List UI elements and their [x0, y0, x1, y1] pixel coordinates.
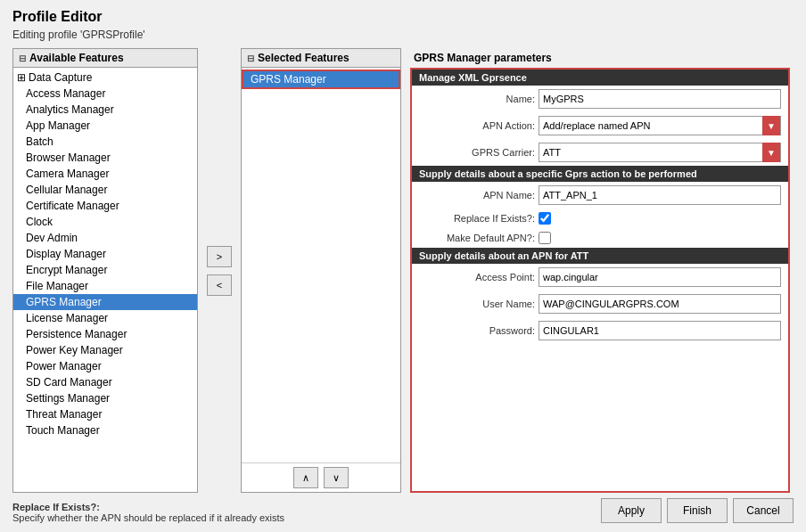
form-row-access-point: Access Point: [412, 264, 788, 291]
footer-help-title: Replace If Exists?: [12, 502, 284, 512]
form-row-apn-action: APN Action: Add/replace named APN ▼ [412, 112, 788, 139]
move-down-button[interactable]: ∨ [324, 467, 349, 488]
expand-icon: ⊟ [19, 53, 26, 63]
list-item-gprs-manager[interactable]: GPRS Manager [13, 294, 197, 310]
list-item-threat-manager[interactable]: Threat Manager [13, 406, 197, 422]
label-gprs-carrier: GPRS Carrier: [419, 147, 535, 158]
dialog-subtitle: Editing profile 'GPRSProfile' [12, 29, 794, 41]
selected-features-label: Selected Features [258, 52, 350, 64]
footer-help: Replace If Exists?: Specify whether the … [12, 502, 284, 523]
list-item-dev-admin[interactable]: Dev Admin [13, 230, 197, 246]
list-item-certificate-manager[interactable]: Certificate Manager [13, 198, 197, 214]
form-row-replace-if-exists: Replace If Exists?: [412, 209, 788, 228]
selected-item-gprs-manager[interactable]: GPRS Manager [242, 70, 400, 89]
label-password: Password: [419, 325, 535, 336]
label-apn-action: APN Action: [419, 120, 535, 131]
cancel-button[interactable]: Cancel [733, 498, 794, 523]
label-name: Name: [419, 94, 535, 104]
list-item-power-key-manager[interactable]: Power Key Manager [13, 342, 197, 358]
list-item-app-manager[interactable]: App Manager [13, 118, 197, 134]
params-content: Manage XML Gprsence Name: APN Action: Ad… [410, 68, 790, 493]
order-controls: ∧ ∨ [242, 462, 400, 492]
label-apn-name: APN Name: [419, 190, 535, 201]
apn-action-value: Add/replace named APN [539, 119, 762, 133]
list-item-encrypt-manager[interactable]: Encrypt Manager [13, 262, 197, 278]
move-up-button[interactable]: ∧ [293, 467, 318, 488]
input-username[interactable] [539, 294, 781, 314]
selected-expand-icon: ⊟ [247, 53, 254, 63]
list-item-sd-card-manager[interactable]: SD Card Manager [13, 374, 197, 390]
finish-button[interactable]: Finish [667, 498, 728, 523]
input-access-point[interactable] [539, 267, 781, 287]
form-row-apn-name: APN Name: [412, 182, 788, 209]
available-features-panel: ⊟ Available Features ⊞ Data Capture Acce… [12, 48, 198, 493]
dialog-title: Profile Editor [12, 9, 794, 25]
list-item-touch-manager[interactable]: Touch Manager [13, 422, 197, 438]
list-item-camera-manager[interactable]: Camera Manager [13, 166, 197, 182]
list-item-browser-manager[interactable]: Browser Manager [13, 150, 197, 166]
list-item-analytics-manager[interactable]: Analytics Manager [13, 102, 197, 118]
list-item-data-capture[interactable]: ⊞ Data Capture [13, 70, 197, 86]
available-features-list[interactable]: ⊞ Data Capture Access Manager Analytics … [13, 68, 197, 492]
input-name[interactable] [539, 89, 781, 109]
label-access-point: Access Point: [419, 272, 535, 282]
params-panel: GPRS Manager parameters Manage XML Gprse… [407, 48, 794, 493]
list-item-license-manager[interactable]: License Manager [13, 310, 197, 326]
select-apn-action[interactable]: Add/replace named APN ▼ [539, 116, 781, 135]
input-apn-name[interactable] [539, 185, 781, 205]
form-row-name: Name: [412, 86, 788, 112]
apn-action-dropdown-btn[interactable]: ▼ [762, 116, 780, 135]
checkbox-make-default[interactable] [539, 232, 551, 244]
gprs-carrier-value: ATT [539, 145, 762, 160]
apply-button[interactable]: Apply [601, 498, 662, 523]
list-item-clock[interactable]: Clock [13, 214, 197, 230]
list-item-settings-manager[interactable]: Settings Manager [13, 390, 197, 406]
list-item-cellular-manager[interactable]: Cellular Manager [13, 182, 197, 198]
label-replace-if-exists: Replace If Exists?: [419, 213, 535, 224]
checkbox-replace-if-exists[interactable] [539, 212, 551, 225]
form-row-gprs-carrier: GPRS Carrier: ATT ▼ [412, 139, 788, 166]
list-item-power-manager[interactable]: Power Manager [13, 358, 197, 374]
gprs-carrier-dropdown-btn[interactable]: ▼ [762, 143, 780, 162]
available-features-header: ⊟ Available Features [13, 49, 197, 68]
list-item-display-manager[interactable]: Display Manager [13, 246, 197, 262]
input-password[interactable] [539, 321, 781, 340]
add-feature-button[interactable]: > [207, 246, 232, 267]
footer: Replace If Exists?: Specify whether the … [12, 493, 794, 523]
footer-buttons: Apply Finish Cancel [601, 498, 794, 523]
form-row-make-default: Make Default APN?: [412, 228, 788, 248]
label-make-default: Make Default APN?: [419, 233, 535, 243]
footer-help-text: Specify whether the APN should be replac… [12, 512, 284, 523]
list-item-access-manager[interactable]: Access Manager [13, 86, 197, 102]
remove-feature-button[interactable]: < [207, 274, 232, 296]
selected-features-panel: ⊟ Selected Features GPRS Manager ∧ ∨ [241, 48, 401, 493]
available-features-label: Available Features [29, 52, 124, 64]
select-gprs-carrier[interactable]: ATT ▼ [539, 143, 781, 162]
list-item-persistence-manager[interactable]: Persistence Manager [13, 326, 197, 342]
selected-features-list[interactable]: GPRS Manager [242, 68, 400, 462]
params-title: GPRS Manager parameters [407, 48, 794, 68]
selected-features-header: ⊟ Selected Features [242, 49, 400, 68]
list-item-batch[interactable]: Batch [13, 134, 197, 150]
section-header-supply-details: Supply details about a specific Gprs act… [412, 166, 788, 182]
form-row-password: Password: [412, 317, 788, 344]
section-header-manage-xml: Manage XML Gprsence [412, 70, 788, 86]
main-area: ⊟ Available Features ⊞ Data Capture Acce… [12, 48, 794, 493]
section-header-apn-for-att: Supply details about an APN for ATT [412, 248, 788, 264]
form-row-username: User Name: [412, 291, 788, 317]
label-username: User Name: [419, 299, 535, 309]
profile-editor-dialog: Profile Editor Editing profile 'GPRSProf… [0, 0, 806, 532]
minus-icon: ⊞ [17, 71, 26, 84]
list-item-file-manager[interactable]: File Manager [13, 278, 197, 294]
transfer-controls: > < [203, 48, 235, 493]
